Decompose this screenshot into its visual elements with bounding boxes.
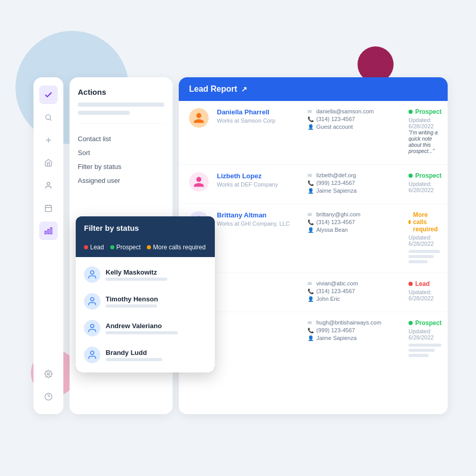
sidebar-icon-calendar[interactable]	[39, 199, 58, 217]
filter-status-prospect[interactable]: Prospect	[110, 244, 141, 251]
filter-user-info-0: Kelly Maskowitz	[106, 268, 207, 281]
svg-rect-11	[45, 231, 46, 234]
actions-line-2	[78, 111, 130, 115]
lead-contact-4: ✉hugh@britishairways.com 📞(999) 123-4567…	[308, 319, 400, 343]
svg-rect-9	[50, 228, 52, 234]
lead-info-2: Brittany Altman Works at GHI Company, LL…	[217, 211, 299, 227]
lead-email-1: lizbeth@def.org	[316, 172, 356, 178]
filter-user-item-1[interactable]: Timothy Henson	[76, 288, 215, 315]
filter-user-item-2[interactable]: Andrew Valeriano	[76, 315, 215, 342]
lead-email-2: brittany@ghi.com	[316, 211, 361, 217]
filter-dropdown-title: Filter by status	[76, 216, 215, 240]
lead-status-label-1: Prospect	[415, 172, 441, 179]
actions-line-1	[78, 103, 164, 107]
lead-row-3[interactable]: ✉vivian@abc.com 📞(314) 123-4567 👤John Er…	[179, 273, 448, 312]
prospect-label: Prospect	[116, 244, 141, 251]
filter-status-more-calls[interactable]: More calls required	[147, 244, 206, 251]
svg-point-17	[91, 325, 94, 328]
lead-avatar-0	[189, 108, 209, 128]
lead-row-0[interactable]: Daniella Pharrell Works at Samson Corp ✉…	[179, 101, 448, 165]
lead-status-label-0: Prospect	[415, 108, 441, 115]
lead-row-1[interactable]: Lizbeth Lopez Works at DEF Company ✉lizb…	[179, 165, 448, 204]
panel-divider	[78, 123, 164, 124]
lead-status-label-2: More calls required	[413, 211, 440, 233]
lead-dot	[84, 245, 88, 249]
filter-user-item-0[interactable]: Kelly Maskowitz	[76, 261, 215, 288]
filter-user-avatar-0	[84, 266, 100, 283]
lead-email-3: vivian@abc.com	[316, 280, 358, 286]
lead-info-3	[217, 280, 299, 282]
lead-report-body: Daniella Pharrell Works at Samson Corp ✉…	[179, 101, 448, 414]
lead-phone-1: (999) 123-4567	[316, 180, 355, 186]
svg-point-16	[91, 298, 94, 301]
lead-row-4[interactable]: ✉hugh@britishairways.com 📞(999) 123-4567…	[179, 312, 448, 366]
filter-status-lead[interactable]: Lead	[84, 244, 104, 251]
filter-user-bar-1	[106, 304, 157, 308]
external-link-icon[interactable]: ↗	[241, 85, 247, 93]
svg-line-1	[50, 119, 52, 121]
filter-user-name-2: Andrew Valeriano	[106, 322, 207, 330]
lead-label: Lead	[90, 244, 104, 251]
lead-report-header: Lead Report ↗	[179, 77, 448, 101]
lead-status-2: More calls required Updated: 6/28/2022	[409, 211, 440, 265]
lead-name-0: Daniella Pharrell	[217, 108, 299, 116]
more-calls-dot	[147, 245, 151, 249]
lead-account-1: Jaime Sapienza	[316, 188, 356, 194]
sort-label[interactable]: Sort	[78, 146, 164, 160]
lead-email-0: daniella@samson.com	[316, 108, 373, 114]
svg-point-12	[47, 373, 49, 375]
assigned-user-label[interactable]: Assigned user	[78, 174, 164, 188]
lead-info-0: Daniella Pharrell Works at Samson Corp	[217, 108, 299, 124]
svg-rect-10	[48, 229, 49, 234]
sidebar-icon-plus[interactable]	[39, 131, 58, 149]
contact-list-label: Contact list	[78, 132, 164, 146]
left-panel: Actions Contact list Sort Filter by stat…	[70, 77, 173, 414]
lead-info-1: Lizbeth Lopez Works at DEF Company	[217, 172, 299, 188]
lead-status-4: Prospect Updated: 6/28/2022	[409, 319, 441, 359]
lead-company-1: Works at DEF Company	[217, 181, 299, 188]
lead-report: Lead Report ↗ Daniella Pharrell Works at…	[179, 77, 448, 414]
sidebar-icon-home[interactable]	[39, 154, 58, 172]
lead-status-3: Lead Updated: 6/28/2022	[409, 280, 437, 304]
filter-user-avatar-1	[84, 293, 100, 310]
lead-account-3: John Eric	[316, 296, 340, 302]
lead-company-0: Works at Samson Corp	[217, 117, 299, 124]
sidebar-icon-help[interactable]	[39, 387, 58, 406]
lead-row-2[interactable]: Brittany Altman Works at GHI Company, LL…	[179, 204, 448, 273]
lead-updated-1: Updated: 6/28/2022	[409, 181, 441, 193]
sidebar-icon-user[interactable]	[39, 176, 58, 195]
lead-account-4: Jaime Sapienza	[316, 335, 356, 341]
sidebar-icon-search[interactable]	[39, 108, 58, 127]
filter-user-item-3[interactable]: Brandy Ludd	[76, 342, 215, 368]
svg-point-18	[91, 351, 94, 355]
lead-updated-3: Updated: 6/28/2022	[409, 289, 437, 301]
svg-point-0	[46, 115, 50, 120]
prospect-dot	[110, 245, 114, 249]
lead-phone-3: (314) 123-4567	[316, 288, 355, 294]
filter-user-list: Kelly Maskowitz Timothy Henson	[76, 257, 215, 372]
sidebar-icon-settings[interactable]	[39, 365, 58, 383]
sidebar	[33, 77, 63, 414]
filter-user-info-2: Andrew Valeriano	[106, 322, 207, 334]
filter-by-status-label[interactable]: Filter by status	[78, 160, 164, 174]
sidebar-icon-chart[interactable]	[39, 222, 58, 240]
lead-contact-2: ✉brittany@ghi.com 📞(314) 123-4567 👤Alyss…	[308, 211, 400, 234]
sidebar-icon-check[interactable]	[39, 86, 58, 104]
app-container: Actions Contact list Sort Filter by stat…	[33, 77, 448, 414]
filter-user-bar-0	[106, 278, 167, 281]
lead-name-1: Lizbeth Lopez	[217, 172, 299, 180]
filter-user-avatar-3	[84, 347, 100, 363]
filter-user-name-1: Timothy Henson	[106, 295, 207, 303]
lead-status-0: Prospect Updated: 6/28/2022 "I'm writing…	[409, 108, 441, 157]
lead-phone-4: (999) 123-4567	[316, 327, 355, 333]
lead-status-label-4: Prospect	[415, 319, 441, 327]
lead-account-0: Guest account	[316, 124, 353, 130]
filter-user-bar-2	[106, 331, 178, 334]
lead-name-2: Brittany Altman	[217, 211, 299, 219]
filter-user-bar-3	[106, 358, 162, 361]
lead-contact-3: ✉vivian@abc.com 📞(314) 123-4567 👤John Er…	[308, 280, 400, 303]
svg-point-4	[47, 182, 49, 185]
svg-point-15	[91, 271, 94, 275]
filter-user-name-0: Kelly Maskowitz	[106, 268, 207, 276]
lead-contact-1: ✉lizbeth@def.org 📞(999) 123-4567 👤Jaime …	[308, 172, 400, 195]
